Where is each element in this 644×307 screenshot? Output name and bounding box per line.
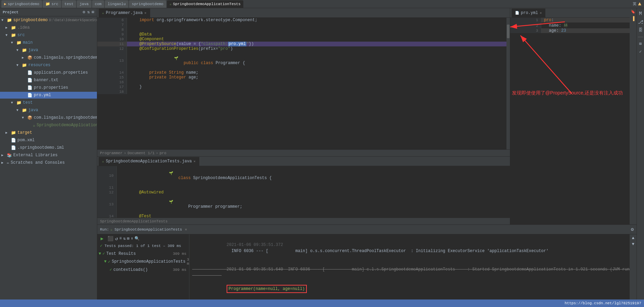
run-tab-x[interactable]: ✕ bbox=[185, 227, 187, 232]
terminal-icon[interactable]: ⊞ bbox=[639, 41, 642, 46]
code-line-15: 15 private Integer age; bbox=[97, 75, 510, 80]
run-panel: ▶ ⬛ ↺ ≡ ⇅ ⊞ ⬆ 🔍 ✓ Tests passed: 1 bbox=[97, 234, 636, 299]
tree-item-appprops[interactable]: ▶ 📄 application.properties bbox=[0, 69, 97, 76]
tree-item-apptests[interactable]: ▶ ☕ SpringbootdemoApplicationTests bbox=[0, 121, 97, 129]
todo-icon[interactable]: ✓ bbox=[639, 49, 642, 54]
test-item-method[interactable]: ✓ contextLoads() 309 ms bbox=[97, 266, 189, 273]
lower-code-line-11: 11 bbox=[97, 185, 510, 190]
tree-item-iml[interactable]: ▶ 📄 .springbootdemo.iml bbox=[0, 144, 97, 151]
left-code-table: 6 import org.springframework.stereotype.… bbox=[97, 18, 510, 94]
output-line-3: Programmer(name=null, age=null) bbox=[192, 279, 627, 299]
tree-item-proyml[interactable]: ▶ 📄 pro.yml bbox=[0, 91, 97, 99]
code-line-11: 11 @PropertySource(value = {"classpath:p… bbox=[97, 42, 510, 46]
play-button[interactable]: ▶ bbox=[99, 235, 105, 242]
gear-icon[interactable]: ⚙ bbox=[83, 10, 85, 15]
status-right: https://blog.csdn.net/lgl782519197 bbox=[565, 301, 641, 305]
code-line-13: 13 🌱 public class Programmer { bbox=[97, 51, 510, 70]
tab-springbootdemo2[interactable]: springbootdemo bbox=[129, 0, 166, 8]
tree-item-pom[interactable]: ▶ 📄 pom.xml bbox=[0, 136, 97, 144]
run-bar-icons: ⚙ bbox=[631, 226, 634, 232]
test-item-results[interactable]: ▼ ✓ Test Results 309 ms bbox=[97, 250, 189, 257]
tab-src[interactable]: 📁 src bbox=[43, 0, 61, 8]
tab-com[interactable]: com bbox=[92, 0, 104, 8]
import-icon[interactable]: ⬆ bbox=[131, 236, 133, 241]
status-bar: https://blog.csdn.net/lgl782519197 bbox=[0, 299, 644, 307]
code-line-8: 8 bbox=[97, 27, 510, 32]
sort-icon[interactable]: ⇅ bbox=[87, 10, 90, 15]
run-bar: Run: ☕ SpringbootdemoApplicationTests ✕ … bbox=[97, 225, 636, 234]
tab-lingaolu[interactable]: lingaolu bbox=[105, 0, 128, 8]
tab-springbootdemoapplicationtests[interactable]: ☕ SpringbootdemoApplicationTests bbox=[167, 0, 243, 8]
tree-item-package[interactable]: ▶ 📦 com.lingaolu.springbootdemo bbox=[0, 54, 97, 61]
tree-item-idea[interactable]: ▶ 📁 .idea bbox=[0, 24, 97, 31]
output-scroll-up[interactable]: ▲ bbox=[632, 236, 634, 240]
sidebar: Project ⚙ ⇅ ⊞ ▼ 📁 springbootdemo D:\Data… bbox=[0, 8, 97, 299]
test-tree: ▼ ✓ Test Results 309 ms ▼ ✓ Springbootde… bbox=[97, 249, 189, 274]
tests-passed-label: Tests passed: 1 of 1 test – 309 ms bbox=[104, 244, 181, 248]
tree-label-target: target bbox=[17, 130, 32, 135]
tree-label-proprops: pro.properties bbox=[34, 85, 68, 90]
top-right-icon1[interactable]: 英 bbox=[633, 1, 636, 6]
tree-item-target[interactable]: ▶ 📁 target bbox=[0, 129, 97, 136]
search-test-icon[interactable]: 🔍 bbox=[134, 236, 140, 241]
warning-icon: ▐ bbox=[632, 16, 634, 21]
left-code-area[interactable]: 6 import org.springframework.stereotype.… bbox=[97, 18, 510, 149]
lower-code-line-13: 13 🌱 Programmer programmer; bbox=[97, 195, 510, 214]
far-right-toolbar: M ⎇ 🗄 ⊞ ✓ bbox=[636, 8, 644, 299]
db-icon[interactable]: 🗄 bbox=[639, 28, 643, 33]
close-apptests-java[interactable]: ✕ bbox=[194, 159, 196, 163]
expand-icon[interactable]: ⊞ bbox=[92, 10, 94, 15]
tab-springbootdemo[interactable]: ▶ springbootdemo bbox=[1, 0, 42, 8]
tree-item-main[interactable]: ▼ 📁 main bbox=[0, 39, 97, 46]
settings-icon[interactable]: ⚙ bbox=[631, 226, 634, 232]
tree-item-springbootdemo[interactable]: ▼ 📁 springbootdemo D:\Data\IdeaWorkSpace… bbox=[0, 16, 97, 24]
yml-line-3: 3 age: 23 bbox=[510, 28, 630, 33]
tab-java[interactable]: java bbox=[77, 0, 91, 8]
scroll-track[interactable] bbox=[506, 18, 510, 149]
close-programmer-java[interactable]: ✕ bbox=[144, 11, 146, 15]
stop-button[interactable]: ⬛ bbox=[107, 235, 114, 242]
tab-test[interactable]: test bbox=[62, 0, 76, 8]
code-line-17: 17 } bbox=[97, 85, 510, 89]
tree-item-proprops[interactable]: ▶ 📄 pro.properties bbox=[0, 84, 97, 91]
tree-item-banner[interactable]: ▶ 📄 banner.txt bbox=[0, 76, 97, 84]
test-method-label: contextLoads() bbox=[113, 267, 148, 272]
lower-code-line-12: 12 @Autowired bbox=[97, 190, 510, 195]
lower-code-area[interactable]: 10 🌱 class SpringbootdemoApplicationTest… bbox=[97, 166, 510, 218]
tests-status: ✓ Tests passed: 1 of 1 test – 309 ms bbox=[97, 243, 189, 249]
tree-label-banner: banner.txt bbox=[34, 78, 58, 83]
sort-test-icon[interactable]: ⇅ bbox=[123, 236, 126, 241]
rerun-button[interactable]: ↺ bbox=[115, 236, 118, 242]
run-output[interactable]: 2021-01-06 09:35:51.372 INFO 6036 --- [ … bbox=[189, 234, 630, 299]
code-line-12: 12 @ConfigurationProperties(prefix="pro"… bbox=[97, 46, 510, 51]
maven-icon[interactable]: M bbox=[639, 11, 642, 16]
right-code-area[interactable]: 1 pro: 2 name: 林 3 age: 23 bbox=[510, 18, 630, 224]
tab-programmer-java[interactable]: ☕ Programmer.java ✕ bbox=[99, 9, 150, 17]
tree-label-proyml: pro.yml bbox=[34, 93, 51, 98]
output-scroll-down[interactable]: ▼ bbox=[632, 242, 634, 247]
close-pro-yml[interactable]: ✕ bbox=[540, 11, 542, 15]
tree-item-resources[interactable]: ▼ 📁 resources bbox=[0, 61, 97, 69]
git-icon[interactable]: ⎇ bbox=[638, 19, 643, 25]
tree-item-scratches[interactable]: ▶ ✏️ Scratches and Consoles bbox=[0, 159, 97, 166]
expand-test-icon[interactable]: ⊞ bbox=[127, 236, 129, 241]
test-item-class[interactable]: ▼ ✓ SpringbootdemoApplicationTests 309 m… bbox=[97, 257, 189, 266]
run-sidebar: ▶ ⬛ ↺ ≡ ⇅ ⊞ ⬆ 🔍 ✓ Tests passed: 1 bbox=[97, 234, 189, 299]
tree-item-testpackage[interactable]: ▼ 📦 com.lingaolu.springbootdemo bbox=[0, 114, 97, 121]
left-breadcrumb: Programmer › Document 1/1 › pro bbox=[97, 149, 510, 156]
right-editor: 📄 pro.yml ✕ 1 pro: 2 bbox=[510, 8, 630, 224]
tree-item-extlibs[interactable]: ▶ 📚 External Libraries bbox=[0, 151, 97, 159]
tree-label-src: src bbox=[17, 33, 25, 38]
tree-item-test[interactable]: ▼ 📁 test bbox=[0, 99, 97, 106]
tree-item-testjava[interactable]: ▼ 📁 java bbox=[0, 106, 97, 114]
tab-apptests-java[interactable]: ☕ SpringbootdemoApplicationTests.java ✕ bbox=[99, 157, 199, 166]
tree-item-src[interactable]: ▼ 📁 src bbox=[0, 31, 97, 39]
filter-icon[interactable]: ≡ bbox=[119, 236, 121, 241]
divider bbox=[638, 37, 643, 37]
lower-editor-tab-bar: ☕ SpringbootdemoApplicationTests.java ✕ bbox=[97, 157, 510, 166]
tab-pro-yml[interactable]: 📄 pro.yml ✕ bbox=[512, 9, 545, 17]
tree-item-java[interactable]: ▼ 📁 java bbox=[0, 46, 97, 54]
bookmark-icon[interactable]: 🔖 bbox=[631, 10, 635, 14]
tree-label-main: main bbox=[23, 40, 33, 45]
top-right-icon2: ▲ bbox=[638, 1, 641, 7]
